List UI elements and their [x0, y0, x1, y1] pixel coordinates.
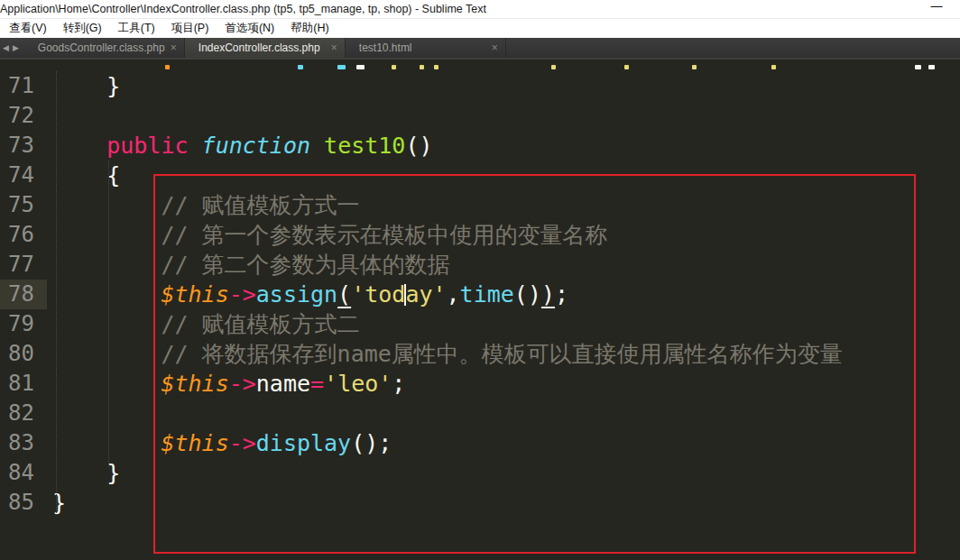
- code-line-77[interactable]: 77 // 第二个参数为具体的数据: [0, 250, 960, 280]
- code-line-75[interactable]: 75 // 赋值模板方式一: [0, 190, 960, 220]
- line-number: 81: [0, 369, 47, 399]
- clipped-code-fragment: [624, 65, 629, 69]
- code-text: // 将数据保存到name属性中。模板可以直接使用属性名称作为变量: [52, 339, 843, 369]
- code-token: (: [337, 281, 351, 308]
- line-number: 74: [0, 161, 47, 190]
- code-line-83[interactable]: 83 $this->display();: [0, 428, 960, 458]
- tab-label: IndexController.class.php: [198, 41, 326, 54]
- tab-test10-html[interactable]: test10.html×: [346, 38, 506, 58]
- code-line-73[interactable]: 73 public function test10(): [0, 131, 960, 161]
- code-line-81[interactable]: 81 $this->name='leo';: [0, 369, 960, 399]
- menu-item-view[interactable]: 查看(V): [1, 19, 55, 38]
- clipped-code-fragment: [551, 65, 556, 69]
- line-number: 75: [0, 190, 47, 220]
- code-token: ): [541, 281, 555, 308]
- line-number: 72: [0, 101, 47, 131]
- code-text: }: [52, 488, 66, 518]
- tab-close-icon[interactable]: ×: [165, 41, 177, 54]
- code-line-80[interactable]: 80 // 将数据保存到name属性中。模板可以直接使用属性名称作为变量: [0, 339, 960, 369]
- code-text: {: [52, 161, 120, 190]
- clipped-code-fragment: [337, 65, 346, 69]
- code-token: ay': [405, 281, 446, 308]
- code-token: $this: [161, 430, 228, 456]
- code-text: // 第一个参数表示在模板中使用的变量名称: [52, 220, 608, 250]
- clipped-code-fragment: [771, 65, 776, 69]
- line-number: 71: [0, 71, 47, 101]
- menu-item-project[interactable]: 项目(P): [163, 19, 217, 38]
- code-token: =: [310, 371, 324, 397]
- code-token: // 第一个参数表示在模板中使用的变量名称: [161, 222, 607, 248]
- code-token: // 赋值模板方式一: [161, 192, 359, 218]
- code-text: // 第二个参数为具体的数据: [52, 250, 450, 280]
- code-token: }: [52, 490, 66, 516]
- code-token: test10: [324, 133, 405, 159]
- code-text: }: [52, 458, 120, 488]
- clipped-code-fragment: [915, 65, 921, 69]
- code-line-76[interactable]: 76 // 第一个参数表示在模板中使用的变量名称: [0, 220, 960, 250]
- code-line-74[interactable]: 74 {: [0, 161, 960, 190]
- code-line-72[interactable]: 72: [0, 101, 960, 131]
- code-token: function: [202, 133, 310, 159]
- code-token: ;: [555, 281, 568, 308]
- code-line-71[interactable]: 71 }: [0, 71, 960, 101]
- clipped-code-fragment: [165, 65, 170, 69]
- code-token: // 赋值模板方式二: [161, 311, 359, 337]
- code-token: 'tod: [351, 281, 405, 308]
- code-line-79[interactable]: 79 // 赋值模板方式二: [0, 309, 960, 339]
- clipped-code-line: [0, 60, 960, 71]
- code-token: $this: [161, 281, 228, 308]
- tabbar: ◀ ▶ GoodsController.class.php×IndexContr…: [0, 38, 960, 60]
- code-text: // 赋值模板方式一: [52, 190, 360, 220]
- menu-item-help[interactable]: 帮助(H): [282, 19, 337, 38]
- clipped-code-fragment: [434, 65, 438, 69]
- code-token: (): [351, 430, 378, 456]
- code-token: [310, 133, 324, 159]
- line-number: 82: [0, 399, 47, 428]
- menu-item-preferences[interactable]: 首选项(N): [217, 19, 282, 38]
- tab-index-controller[interactable]: IndexController.class.php×: [185, 38, 346, 58]
- clipped-code-fragment: [298, 65, 303, 69]
- line-number: 85: [0, 488, 47, 518]
- line-number: 78: [0, 280, 47, 309]
- code-text: $this->name='leo';: [52, 369, 405, 399]
- line-number: 84: [0, 458, 47, 488]
- code-lines: 71 }7273 public function test10()74 {75 …: [0, 71, 960, 518]
- tab-goods-controller[interactable]: GoodsController.class.php×: [24, 38, 185, 58]
- tab-label: GoodsController.class.php: [38, 41, 165, 54]
- code-token: // 第二个参数为具体的数据: [161, 252, 449, 278]
- code-token: // 将数据保存到name属性中。模板可以直接使用属性名称作为变量: [161, 341, 842, 367]
- code-token: ;: [378, 430, 392, 456]
- code-token: }: [106, 73, 120, 99]
- tab-strip: GoodsController.class.php×IndexControlle…: [24, 38, 506, 58]
- clipped-code-fragment: [392, 65, 396, 69]
- code-token: $this: [161, 371, 228, 397]
- line-number: 79: [0, 309, 47, 339]
- menu-item-tools[interactable]: 工具(T): [110, 19, 163, 38]
- tab-scroll-left-icon[interactable]: ◀: [3, 43, 9, 52]
- line-number: 73: [0, 131, 47, 161]
- code-token: name: [256, 371, 310, 397]
- indent-guide: [56, 71, 57, 515]
- menu-item-goto[interactable]: 转到(G): [55, 19, 110, 38]
- code-token: display: [256, 430, 351, 456]
- code-text: public function test10(): [52, 131, 433, 161]
- code-line-78[interactable]: 78 $this->assign('today',time());: [0, 280, 960, 309]
- minimize-button[interactable]: —: [926, 0, 947, 13]
- code-line-82[interactable]: 82: [0, 399, 960, 428]
- code-text: $this->assign('today',time());: [52, 280, 568, 309]
- code-text: }: [52, 71, 120, 101]
- clipped-code-fragment: [356, 65, 365, 69]
- code-token: ->: [229, 371, 256, 397]
- tab-scroll-right-icon[interactable]: ▶: [13, 43, 19, 52]
- line-number: 77: [0, 250, 47, 280]
- tab-close-icon[interactable]: ×: [486, 41, 498, 54]
- clipped-code-fragment: [928, 65, 935, 69]
- code-token: (): [514, 281, 541, 308]
- code-token: ,: [447, 281, 460, 308]
- titlebar: Application\Home\Controller\IndexControl…: [0, 0, 960, 19]
- code-line-85[interactable]: 85}: [0, 488, 960, 518]
- code-editor[interactable]: 71 }7273 public function test10()74 {75 …: [0, 60, 960, 560]
- code-line-84[interactable]: 84 }: [0, 458, 960, 488]
- tab-close-icon[interactable]: ×: [326, 41, 337, 54]
- code-token: 'leo': [324, 371, 392, 397]
